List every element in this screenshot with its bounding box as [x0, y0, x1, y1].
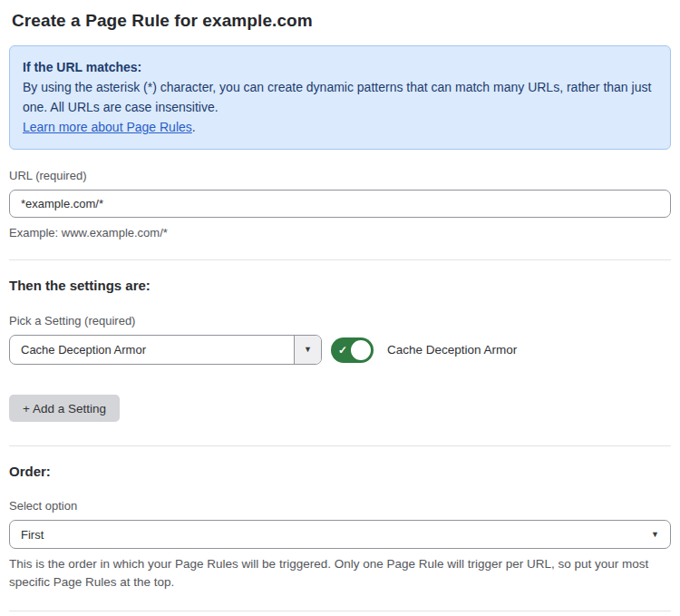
setting-select-arrow-button[interactable]: ▼	[294, 336, 321, 364]
setting-select-value: Cache Deception Armor	[10, 336, 294, 364]
chevron-down-icon: ▼	[304, 346, 312, 354]
order-select[interactable]: First ▼	[9, 520, 671, 549]
chevron-down-icon: ▼	[651, 531, 659, 539]
check-icon: ✓	[338, 345, 347, 356]
url-input[interactable]	[9, 190, 671, 218]
info-box-link-line: Learn more about Page Rules.	[23, 117, 657, 137]
order-select-arrow: ▼	[651, 521, 670, 548]
url-example-helper: Example: www.example.com/*	[9, 224, 671, 242]
info-box-body: By using the asterisk (*) character, you…	[23, 77, 657, 117]
order-select-label: Select option	[9, 499, 671, 513]
settings-section-heading: Then the settings are:	[9, 278, 671, 293]
cache-deception-armor-toggle[interactable]: ✓	[331, 337, 374, 363]
url-field-label: URL (required)	[9, 169, 671, 182]
divider	[9, 445, 671, 446]
setting-row: Cache Deception Armor ▼ ✓ Cache Deceptio…	[9, 335, 671, 365]
create-page-rule-form: Create a Page Rule for example.com If th…	[0, 0, 680, 616]
pick-setting-label: Pick a Setting (required)	[9, 314, 671, 328]
divider	[9, 611, 671, 611]
url-matches-info-box: If the URL matches: By using the asteris…	[9, 45, 671, 150]
order-helper-text: This is the order in which your Page Rul…	[9, 555, 664, 592]
add-setting-button[interactable]: + Add a Setting	[9, 395, 120, 422]
info-box-heading: If the URL matches:	[23, 57, 657, 77]
learn-more-link[interactable]: Learn more about Page Rules	[23, 120, 192, 134]
order-select-value: First	[10, 521, 651, 548]
link-period: .	[192, 120, 196, 134]
toggle-knob	[349, 338, 373, 362]
page-title: Create a Page Rule for example.com	[12, 11, 671, 31]
divider	[9, 259, 671, 260]
toggle-setting-label: Cache Deception Armor	[387, 343, 517, 357]
order-section-heading: Order:	[9, 464, 671, 479]
setting-select[interactable]: Cache Deception Armor ▼	[9, 335, 322, 365]
